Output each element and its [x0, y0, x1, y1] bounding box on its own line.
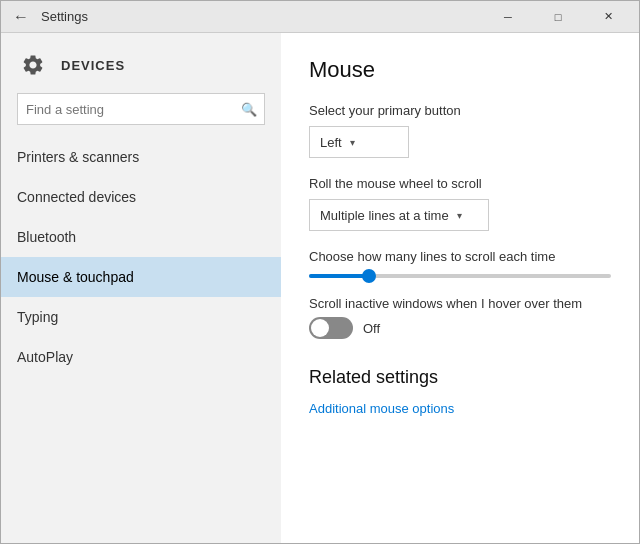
slider-track: [309, 274, 611, 278]
toggle-row: Off: [309, 317, 611, 339]
scroll-wheel-dropdown[interactable]: Multiple lines at a time ▾: [309, 199, 489, 231]
scroll-wheel-value: Multiple lines at a time: [320, 208, 449, 223]
additional-mouse-options-link[interactable]: Additional mouse options: [309, 401, 454, 416]
search-container: 🔍: [17, 93, 265, 125]
scroll-wheel-label: Roll the mouse wheel to scroll: [309, 176, 611, 191]
window-title: Settings: [41, 9, 485, 24]
titlebar: ← Settings ─ □ ✕: [1, 1, 639, 33]
sidebar-item-typing[interactable]: Typing: [1, 297, 281, 337]
chevron-down-icon: ▾: [350, 137, 355, 148]
related-settings-title: Related settings: [309, 367, 611, 388]
search-input[interactable]: [17, 93, 265, 125]
slider-fill: [309, 274, 369, 278]
sidebar: DEVICES 🔍 Printers & scannersConnected d…: [1, 33, 281, 543]
primary-button-dropdown[interactable]: Left ▾: [309, 126, 409, 158]
content-area: Mouse Select your primary button Left ▾ …: [281, 33, 639, 543]
inactive-scroll-label: Scroll inactive windows when I hover ove…: [309, 296, 611, 311]
nav-list: Printers & scannersConnected devicesBlue…: [1, 137, 281, 377]
chevron-down-icon-2: ▾: [457, 210, 462, 221]
close-button[interactable]: ✕: [585, 1, 631, 33]
search-icon: 🔍: [241, 102, 257, 117]
scroll-lines-label: Choose how many lines to scroll each tim…: [309, 249, 611, 264]
toggle-knob: [311, 319, 329, 337]
sidebar-item-autoplay[interactable]: AutoPlay: [1, 337, 281, 377]
maximize-button[interactable]: □: [535, 1, 581, 33]
slider-thumb[interactable]: [362, 269, 376, 283]
main-layout: DEVICES 🔍 Printers & scannersConnected d…: [1, 33, 639, 543]
window-controls: ─ □ ✕: [485, 1, 631, 33]
inactive-scroll-toggle[interactable]: [309, 317, 353, 339]
page-title: Mouse: [309, 57, 611, 83]
primary-button-value: Left: [320, 135, 342, 150]
sidebar-item-connected[interactable]: Connected devices: [1, 177, 281, 217]
back-button[interactable]: ←: [9, 5, 33, 29]
primary-button-label: Select your primary button: [309, 103, 611, 118]
scroll-lines-slider-container: [309, 274, 611, 278]
sidebar-section-title: DEVICES: [61, 58, 125, 73]
sidebar-item-printers[interactable]: Printers & scanners: [1, 137, 281, 177]
sidebar-header: DEVICES: [1, 33, 281, 93]
toggle-state-label: Off: [363, 321, 380, 336]
sidebar-item-bluetooth[interactable]: Bluetooth: [1, 217, 281, 257]
sidebar-item-mouse[interactable]: Mouse & touchpad: [1, 257, 281, 297]
minimize-button[interactable]: ─: [485, 1, 531, 33]
devices-icon: [17, 49, 49, 81]
